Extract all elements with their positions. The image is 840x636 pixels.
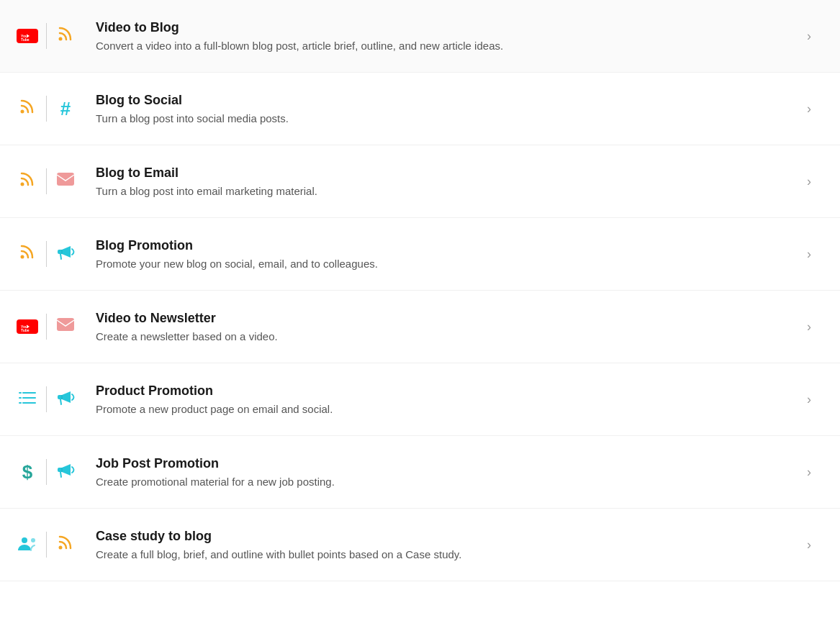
item-title-video-to-newsletter: Video to Newsletter <box>96 311 795 326</box>
svg-point-6 <box>21 183 24 186</box>
megaphone-icon <box>56 389 75 410</box>
people-icon <box>17 535 37 555</box>
icon-group-blog-to-email <box>14 168 78 194</box>
list-item-job-post-promotion[interactable]: $ Job Post Promotion Create promotional … <box>0 436 840 509</box>
chevron-icon-case-study-to-blog: › <box>807 537 811 553</box>
left-icon-blog-promotion <box>14 243 40 265</box>
chevron-icon-product-promotion: › <box>807 392 811 407</box>
item-desc-job-post-promotion: Create promotional material for a new jo… <box>96 476 795 488</box>
svg-text:Tube: Tube <box>21 37 30 42</box>
left-icon-blog-to-social <box>14 98 40 119</box>
list-icon <box>19 390 36 409</box>
svg-line-21 <box>60 399 61 404</box>
svg-line-9 <box>60 254 61 259</box>
right-icon-case-study-to-blog <box>53 534 78 555</box>
right-icon-blog-promotion <box>53 243 78 265</box>
svg-rect-7 <box>57 173 74 186</box>
icon-group-job-post-promotion: $ <box>14 459 78 485</box>
megaphone-icon <box>56 243 75 265</box>
icon-group-case-study-to-blog <box>14 532 78 558</box>
item-desc-blog-to-email: Turn a blog post into email marketing ma… <box>96 185 795 197</box>
icon-divider <box>46 168 47 194</box>
icon-group-product-promotion <box>14 386 78 412</box>
left-icon-product-promotion <box>14 390 40 409</box>
email-icon <box>56 172 75 191</box>
item-desc-video-to-newsletter: Create a newsletter based on a video. <box>96 330 795 342</box>
left-icon-blog-to-email <box>14 171 40 192</box>
svg-point-25 <box>59 546 63 550</box>
list-item-video-to-newsletter[interactable]: You Tube Video to Newsletter Create a ne… <box>0 291 840 363</box>
item-desc-video-to-blog: Convert a video into a full-blown blog p… <box>96 40 795 52</box>
left-icon-job-post-promotion: $ <box>14 461 40 483</box>
icon-divider <box>46 241 47 267</box>
icon-group-blog-to-social: # <box>14 96 78 122</box>
item-title-product-promotion: Product Promotion <box>96 383 795 399</box>
right-icon-job-post-promotion <box>53 461 78 483</box>
icon-divider <box>46 386 47 412</box>
chevron-icon-job-post-promotion: › <box>807 465 811 480</box>
item-title-blog-to-social: Blog to Social <box>96 93 795 108</box>
email-icon <box>56 317 75 336</box>
rss-orange-icon <box>19 171 36 192</box>
chevron-icon-video-to-blog: › <box>807 29 811 44</box>
svg-point-4 <box>59 37 63 41</box>
text-content-blog-to-email: Blog to Email Turn a blog post into emai… <box>78 165 795 197</box>
item-title-case-study-to-blog: Case study to blog <box>96 529 795 544</box>
icon-group-video-to-blog: You Tube <box>14 23 78 49</box>
right-icon-blog-to-email <box>53 172 78 191</box>
right-icon-blog-to-social: # <box>53 98 78 120</box>
left-icon-video-to-blog: You Tube <box>14 29 40 43</box>
right-icon-product-promotion <box>53 389 78 410</box>
right-icon-video-to-blog <box>53 25 78 47</box>
youtube-icon: You Tube <box>17 319 38 334</box>
item-title-blog-promotion: Blog Promotion <box>96 238 795 253</box>
svg-rect-14 <box>57 318 74 331</box>
chevron-icon-blog-promotion: › <box>807 247 811 262</box>
svg-text:Tube: Tube <box>21 328 30 332</box>
text-content-video-to-newsletter: Video to Newsletter Create a newsletter … <box>78 311 795 342</box>
chevron-icon-blog-to-email: › <box>807 174 811 189</box>
icon-divider <box>46 459 47 485</box>
list-item-case-study-to-blog[interactable]: Case study to blog Create a full blog, b… <box>0 509 840 581</box>
item-desc-product-promotion: Promote a new product page on email and … <box>96 403 795 415</box>
icon-group-blog-promotion <box>14 241 78 267</box>
svg-point-8 <box>21 255 24 259</box>
text-content-video-to-blog: Video to Blog Convert a video into a ful… <box>78 20 795 52</box>
icon-divider <box>46 532 47 558</box>
svg-point-23 <box>22 537 27 543</box>
text-content-blog-promotion: Blog Promotion Promote your new blog on … <box>78 238 795 270</box>
chevron-icon-video-to-newsletter: › <box>807 319 811 335</box>
svg-point-24 <box>31 538 35 542</box>
icon-divider <box>46 96 47 122</box>
list-item-product-promotion[interactable]: Product Promotion Promote a new product … <box>0 363 840 436</box>
list-item-blog-to-email[interactable]: Blog to Email Turn a blog post into emai… <box>0 145 840 218</box>
right-icon-video-to-newsletter <box>53 317 78 336</box>
text-content-case-study-to-blog: Case study to blog Create a full blog, b… <box>78 529 795 560</box>
text-content-job-post-promotion: Job Post Promotion Create promotional ma… <box>78 456 795 488</box>
workflow-list: You Tube Video to Blog Convert a video i… <box>0 0 840 581</box>
chevron-icon-blog-to-social: › <box>807 101 811 117</box>
icon-divider <box>46 314 47 340</box>
megaphone-icon <box>56 461 75 483</box>
svg-line-22 <box>60 472 61 477</box>
item-desc-case-study-to-blog: Create a full blog, brief, and outline w… <box>96 548 795 560</box>
list-item-video-to-blog[interactable]: You Tube Video to Blog Convert a video i… <box>0 0 840 73</box>
icon-divider <box>46 23 47 49</box>
left-icon-case-study-to-blog <box>14 535 40 555</box>
list-item-blog-to-social[interactable]: # Blog to Social Turn a blog post into s… <box>0 73 840 145</box>
youtube-icon: You Tube <box>17 29 38 43</box>
svg-point-5 <box>21 110 24 114</box>
item-title-video-to-blog: Video to Blog <box>96 20 795 35</box>
item-desc-blog-promotion: Promote your new blog on social, email, … <box>96 258 795 270</box>
rss-orange-icon <box>19 98 36 119</box>
item-title-job-post-promotion: Job Post Promotion <box>96 456 795 471</box>
text-content-product-promotion: Product Promotion Promote a new product … <box>78 383 795 415</box>
rss-orange-icon <box>19 243 36 265</box>
item-desc-blog-to-social: Turn a blog post into social media posts… <box>96 112 795 124</box>
hash-icon: # <box>60 98 71 120</box>
text-content-blog-to-social: Blog to Social Turn a blog post into soc… <box>78 93 795 124</box>
rss-orange-icon <box>57 534 74 555</box>
rss-orange-icon <box>57 25 74 47</box>
list-item-blog-promotion[interactable]: Blog Promotion Promote your new blog on … <box>0 218 840 291</box>
left-icon-video-to-newsletter: You Tube <box>14 319 40 334</box>
